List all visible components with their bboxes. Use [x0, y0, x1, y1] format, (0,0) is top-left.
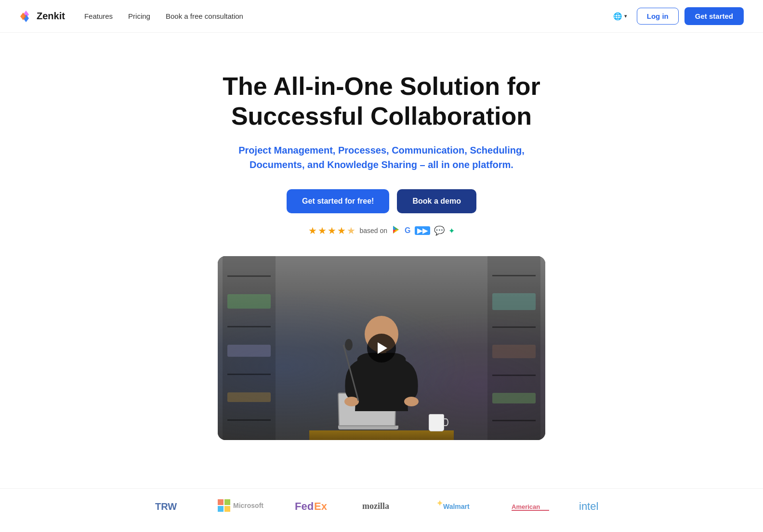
svg-rect-16 [218, 506, 224, 512]
svg-text:Microsoft: Microsoft [233, 502, 263, 509]
globe-icon: 🌐 [613, 12, 622, 21]
video-background [218, 256, 545, 441]
logos-section: TRW Microsoft Fed Ex mozilla [0, 488, 763, 527]
svg-text:Ex: Ex [314, 500, 328, 512]
svg-text:Fed: Fed [295, 500, 314, 512]
star-1: ★ [308, 225, 317, 236]
svg-point-12 [345, 339, 353, 350]
play-button[interactable] [367, 334, 396, 363]
nav-link-pricing[interactable]: Pricing [128, 12, 150, 20]
svg-rect-15 [224, 499, 230, 505]
capterra-icon: ▶▶ [415, 226, 430, 235]
svg-rect-17 [224, 506, 230, 512]
logo-american: American [512, 498, 550, 513]
shelf-left [223, 256, 276, 441]
chevron-down-icon: ▾ [624, 13, 627, 19]
nav-link-features[interactable]: Features [84, 12, 113, 20]
logo-walmart: Walmart ✦ [434, 498, 483, 513]
book-demo-button[interactable]: Book a demo [397, 189, 476, 213]
star-2: ★ [318, 225, 327, 236]
logo-trw: TRW [155, 498, 189, 513]
play-triangle-icon [378, 342, 387, 354]
login-button[interactable]: Log in [637, 8, 679, 25]
rating-row: ★ ★ ★ ★ ★ based on G ▶▶ 💬 ✦ [10, 225, 753, 237]
hero-headline-line1: The All-in-One Solution for [223, 72, 540, 100]
svg-text:✦: ✦ [436, 499, 443, 507]
logo-microsoft: Microsoft [218, 498, 266, 513]
svg-point-10 [404, 397, 419, 406]
svg-text:TRW: TRW [155, 501, 177, 512]
logo-text: Zenkit [37, 11, 65, 22]
zenkit-logo-icon [19, 10, 33, 23]
logos-row: TRW Microsoft Fed Ex mozilla [19, 498, 744, 513]
star-rating: ★ ★ ★ ★ ★ [308, 225, 355, 236]
navbar-left: Zenkit Features Pricing Book a free cons… [19, 10, 243, 23]
nav-item-consultation[interactable]: Book a free consultation [166, 12, 243, 21]
hero-buttons: Get started for free! Book a demo [10, 189, 753, 213]
logo-link[interactable]: Zenkit [19, 10, 65, 23]
hero-headline-line2: Successful Collaboration [231, 102, 532, 130]
get-started-free-button[interactable]: Get started for free! [287, 189, 389, 213]
nav-link-consultation[interactable]: Book a free consultation [166, 12, 243, 20]
logo-intel: intel [579, 498, 608, 513]
rating-text: based on [359, 227, 387, 234]
svg-text:American: American [512, 503, 540, 510]
language-selector[interactable]: 🌐 ▾ [609, 9, 631, 24]
video-container[interactable] [218, 256, 545, 441]
play-store-icon [391, 225, 401, 237]
hero-subtitle: Project Management, Processes, Communica… [223, 143, 540, 172]
rating-logos: G ▶▶ 💬 ✦ [391, 225, 454, 237]
svg-rect-14 [218, 499, 224, 505]
trustpilot-icon: ✦ [448, 226, 455, 235]
svg-text:Walmart: Walmart [443, 503, 470, 510]
hero-headline: The All-in-One Solution for Successful C… [213, 71, 550, 131]
logo-fedex: Fed Ex [295, 498, 333, 513]
star-3: ★ [328, 225, 336, 236]
shelf-right [487, 256, 540, 441]
nav-item-features[interactable]: Features [84, 12, 113, 21]
person-silhouette [324, 305, 439, 440]
getapp-icon: 💬 [434, 225, 445, 236]
nav-links: Features Pricing Book a free consultatio… [84, 12, 243, 21]
star-4: ★ [337, 225, 346, 236]
hero-section: The All-in-One Solution for Successful C… [0, 33, 763, 488]
svg-point-9 [344, 397, 359, 406]
svg-text:mozilla: mozilla [362, 501, 389, 511]
navbar: Zenkit Features Pricing Book a free cons… [0, 0, 763, 33]
navbar-right: 🌐 ▾ Log in Get started [609, 7, 744, 25]
get-started-button[interactable]: Get started [684, 7, 744, 25]
logo-mozilla: mozilla [362, 498, 406, 513]
google-icon: G [405, 226, 410, 235]
nav-item-pricing[interactable]: Pricing [128, 12, 150, 21]
svg-text:intel: intel [579, 500, 598, 512]
star-5: ★ [347, 225, 355, 236]
